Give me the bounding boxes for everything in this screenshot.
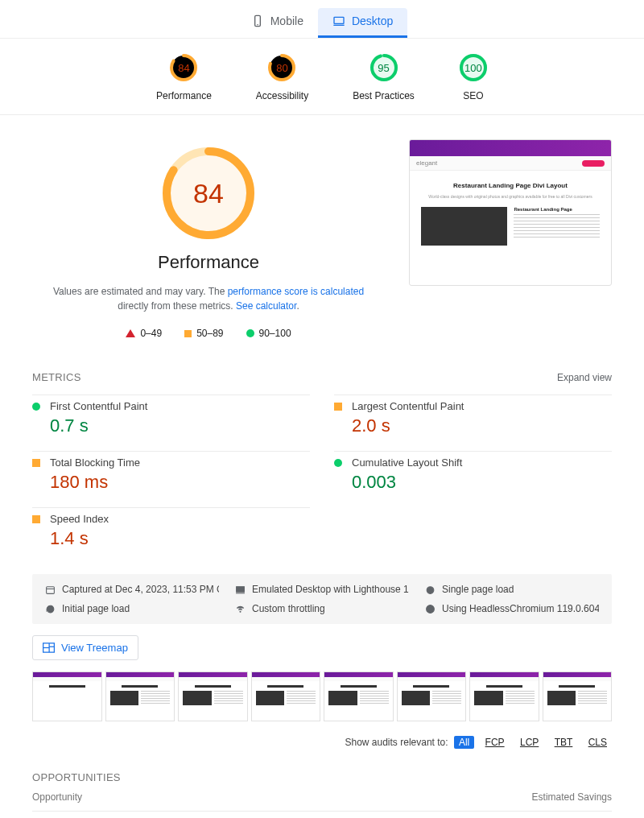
metric-si-value: 1.4 s [50,528,109,549]
triangle-red-icon [126,329,135,337]
score-gauges: 84 Performance 80 Accessibility 95 Best … [0,39,644,115]
filmstrip-frame [178,671,248,721]
chrome-icon [425,604,436,614]
env-throttle: Custom throttling [235,603,409,614]
metric-fcp-value: 0.7 s [50,415,147,436]
env-initial: Initial page load [45,603,219,614]
view-treemap-button[interactable]: View Treemap [32,635,138,660]
filmstrip-frame [397,671,467,721]
filmstrip-frame [251,671,321,721]
timer-icon [425,585,436,595]
wifi-icon [235,604,246,614]
env-captured: Captured at Dec 4, 2023, 11:53 PM GMT+13 [45,584,219,595]
filmstrip-frame [469,671,539,721]
filmstrip-frame [543,671,613,721]
filmstrip-frame [324,671,394,721]
tab-desktop-label: Desktop [352,14,393,27]
tab-mobile[interactable]: Mobile [237,8,318,38]
environment-box: Captured at Dec 4, 2023, 11:53 PM GMT+13… [32,574,612,624]
metric-si-label: Speed Index [50,513,109,525]
env-emulated: Emulated Desktop with Lighthouse 11.0.0 [235,584,409,595]
metric-cls-value: 0.003 [352,472,462,493]
gauge-accessibility[interactable]: 80 Accessibility [256,53,308,101]
circle-green-icon [32,403,40,411]
circle-green-icon [334,459,342,467]
filter-fcp[interactable]: FCP [481,736,510,749]
page-screenshot: elegant Restaurant Landing Page Divi Lay… [409,139,612,286]
metrics-heading: METRICS [32,371,81,383]
metric-fcp-label: First Contentful Paint [50,400,147,412]
circle-green-icon [246,329,254,337]
mobile-icon [251,14,264,27]
opportunities-columns: OpportunityEstimated Savings [32,783,612,812]
square-orange-icon [184,330,192,337]
gauge-performance[interactable]: 84 Performance [156,53,212,101]
svg-rect-16 [237,586,245,592]
square-orange-icon [32,515,40,523]
expand-view-link[interactable]: Expand view [557,372,612,383]
desktop-icon [235,585,246,595]
opportunities-heading: OPPORTUNITIES [32,771,612,783]
audit-filter: Show audits relevant to: All FCP LCP TBT… [32,731,612,771]
device-tabs: Mobile Desktop [0,0,644,39]
performance-gauge-large: 84 [161,146,256,241]
desktop-icon [332,14,345,27]
tab-desktop[interactable]: Desktop [318,8,407,38]
gauge-seo[interactable]: 100 SEO [459,53,488,101]
metric-lcp-value: 2.0 s [352,415,464,436]
square-orange-icon [334,403,342,411]
square-orange-icon [32,459,40,467]
env-single: Single page load [425,584,599,595]
hero-title: Performance [32,252,385,273]
metric-tbt-label: Total Blocking Time [50,457,140,469]
see-calculator-link[interactable]: See calculator [236,300,296,312]
metric-tbt-value: 180 ms [50,472,140,493]
filter-all[interactable]: All [454,736,474,749]
calendar-icon [45,585,56,595]
reload-icon [45,604,56,614]
hero-description: Values are estimated and may vary. The p… [32,284,385,313]
filter-lcp[interactable]: LCP [515,736,543,749]
filmstrip-frame [32,671,102,721]
performance-score-big: 84 [161,146,256,241]
tab-mobile-label: Mobile [270,14,303,27]
metric-lcp-label: Largest Contentful Paint [352,400,464,412]
metrics-grid: First Contentful Paint0.7 s Largest Cont… [32,395,612,574]
opportunity-reduce-unused-js[interactable]: Reduce unused JavaScript 0.20 s ⌄ [32,812,612,818]
svg-rect-2 [334,17,344,23]
filmstrip-frame [105,671,175,721]
gauge-best-practices[interactable]: 95 Best Practices [353,53,415,101]
svg-point-20 [240,611,241,612]
svg-point-22 [428,607,431,610]
score-legend: 0–49 50–89 90–100 [32,328,385,339]
treemap-icon [43,642,55,653]
svg-rect-14 [47,586,55,593]
hero: 84 Performance Values are estimated and … [32,139,612,339]
env-browser: Using HeadlessChromium 119.0.6045.159 wi… [425,603,599,614]
filter-cls[interactable]: CLS [584,736,612,749]
filmstrip [32,671,612,721]
score-calc-link[interactable]: performance score is calculated [228,286,364,297]
filter-tbt[interactable]: TBT [550,736,578,749]
metric-cls-label: Cumulative Layout Shift [352,457,462,469]
